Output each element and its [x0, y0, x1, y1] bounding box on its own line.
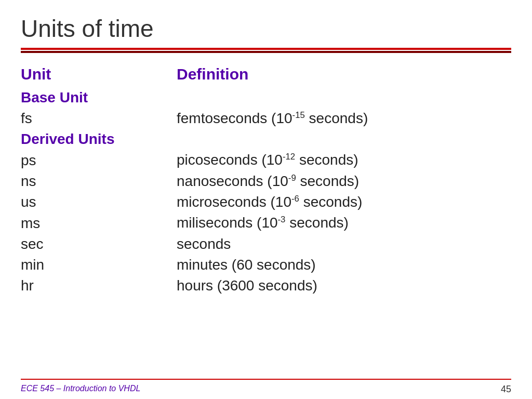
sec-def: seconds	[177, 236, 511, 252]
fs-row: fs femtoseconds (10-15 seconds)	[21, 108, 511, 129]
min-row: min minutes (60 seconds)	[21, 255, 511, 275]
ms-def-sup: -3	[278, 215, 286, 224]
base-unit-label: Base Unit	[21, 89, 177, 106]
ps-def-sup: -12	[283, 152, 295, 162]
ms-def-text: miliseconds (10	[177, 215, 278, 231]
sec-row: sec seconds	[21, 234, 511, 255]
slide: Units of time Unit Definition Base Unit …	[0, 0, 532, 399]
content-section: Unit Definition Base Unit fs femtosecond…	[0, 53, 532, 379]
ns-row: ns nanoseconds (10-9 seconds)	[21, 171, 511, 192]
footer-course: ECE 545 – Introduction to VHDL	[21, 384, 140, 395]
derived-units-header-row: Derived Units	[21, 129, 511, 150]
ps-row: ps picoseconds (10-12 seconds)	[21, 150, 511, 170]
us-unit: us	[21, 194, 177, 210]
sec-unit: sec	[21, 236, 177, 252]
ps-unit: ps	[21, 152, 177, 169]
ns-def-sup: -9	[288, 173, 296, 183]
fs-def-text: femtoseconds (10	[177, 110, 292, 126]
ms-unit: ms	[21, 215, 177, 232]
ms-row: ms miliseconds (10-3 seconds)	[21, 212, 511, 233]
us-def: microseconds (10-6 seconds)	[177, 194, 511, 210]
fs-def-suffix: seconds)	[305, 110, 368, 126]
ns-unit: ns	[21, 173, 177, 190]
ps-def: picoseconds (10-12 seconds)	[177, 152, 511, 168]
us-row: us microseconds (10-6 seconds)	[21, 192, 511, 212]
divider-red	[21, 48, 511, 50]
footer: ECE 545 – Introduction to VHDL 45	[0, 380, 532, 399]
ms-def: miliseconds (10-3 seconds)	[177, 215, 511, 231]
hr-row: hr hours (3600 seconds)	[21, 275, 511, 296]
def-col-header: Definition	[177, 65, 511, 85]
min-unit: min	[21, 257, 177, 273]
fs-unit: fs	[21, 110, 177, 127]
us-def-text: microseconds (10	[177, 194, 291, 210]
ns-def-text: nanoseconds (10	[177, 173, 288, 189]
ns-def: nanoseconds (10-9 seconds)	[177, 173, 511, 190]
table: Unit Definition Base Unit fs femtosecond…	[21, 63, 511, 296]
derived-units-label: Derived Units	[21, 131, 177, 148]
table-header-row: Unit Definition	[21, 63, 511, 87]
hr-unit: hr	[21, 277, 177, 294]
us-def-suffix: seconds)	[299, 194, 362, 210]
header-section: Units of time	[0, 0, 532, 53]
fs-def-sup: -15	[292, 110, 305, 120]
ms-def-suffix: seconds)	[285, 215, 348, 231]
footer-page: 45	[501, 384, 511, 395]
us-def-sup: -6	[291, 194, 299, 204]
page-title: Units of time	[21, 15, 511, 43]
unit-col-header: Unit	[21, 65, 177, 85]
min-def: minutes (60 seconds)	[177, 257, 511, 273]
base-unit-header-row: Base Unit	[21, 87, 511, 108]
ns-def-suffix: seconds)	[296, 173, 359, 189]
ps-def-suffix: seconds)	[295, 152, 358, 168]
fs-def: femtoseconds (10-15 seconds)	[177, 110, 511, 127]
hr-def: hours (3600 seconds)	[177, 277, 511, 294]
ps-def-text: picoseconds (10	[177, 152, 283, 168]
